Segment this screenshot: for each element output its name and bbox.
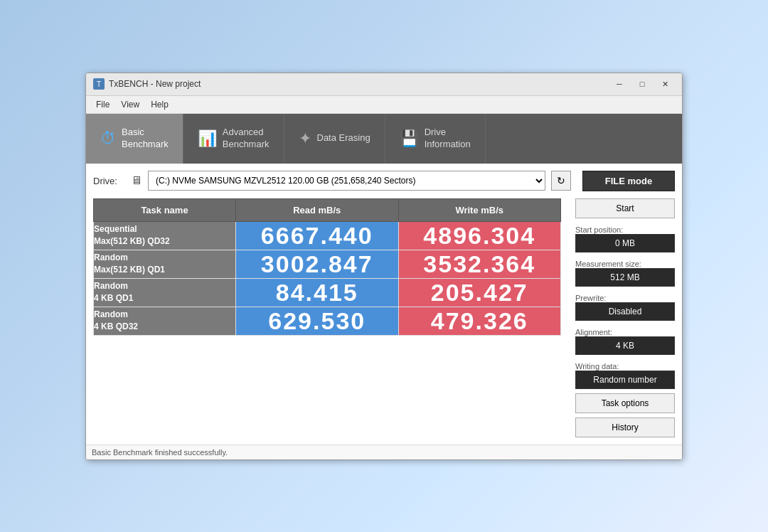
drive-type-icon: 🖥 xyxy=(131,174,142,187)
writing-data-label: Writing data: xyxy=(575,362,675,371)
write-value-2: 205.427 xyxy=(398,278,561,307)
history-button[interactable]: History xyxy=(575,417,675,437)
col-header-task: Task name xyxy=(94,198,236,221)
drive-information-icon: 💾 xyxy=(400,129,419,148)
drive-select[interactable]: (C:) NVMe SAMSUNG MZVL2512 120.00 GB (25… xyxy=(148,171,545,191)
read-value-0: 6667.440 xyxy=(236,221,399,250)
content-area: Drive: 🖥 (C:) NVMe SAMSUNG MZVL2512 120.… xyxy=(86,164,682,445)
close-button[interactable]: ✕ xyxy=(655,77,675,91)
table-row: RandomMax(512 KB) QD13002.8473532.364 xyxy=(94,250,561,278)
file-mode-button[interactable]: FILE mode xyxy=(582,171,675,191)
measurement-size-section: Measurement size: 512 MB xyxy=(575,257,675,287)
start-position-section: Start position: 0 MB xyxy=(575,223,675,252)
menu-help[interactable]: Help xyxy=(145,97,174,112)
write-value-3: 479.326 xyxy=(398,307,561,335)
menu-file[interactable]: File xyxy=(90,97,115,112)
alignment-section: Alignment: 4 KB xyxy=(575,325,675,355)
table-row: Random4 KB QD32629.530479.326 xyxy=(94,307,561,335)
drive-label: Drive: xyxy=(93,176,125,186)
title-bar: T TxBENCH - New project ─ □ ✕ xyxy=(86,73,682,96)
alignment-value: 4 KB xyxy=(575,336,675,355)
results-table: Task name Read mB/s Write mB/s Sequentia… xyxy=(93,198,561,336)
window-title: TxBENCH - New project xyxy=(109,79,201,89)
write-value-1: 3532.364 xyxy=(398,250,561,278)
start-button[interactable]: Start xyxy=(575,198,675,218)
tab-advanced-benchmark[interactable]: 📊 AdvancedBenchmark xyxy=(183,114,284,164)
task-name-3: Random4 KB QD32 xyxy=(94,307,236,335)
read-value-3: 629.530 xyxy=(236,307,399,335)
advanced-benchmark-icon: 📊 xyxy=(198,129,217,148)
table-area: Task name Read mB/s Write mB/s Sequentia… xyxy=(93,198,561,437)
writing-data-section: Writing data: Random number xyxy=(575,359,675,389)
col-header-read: Read mB/s xyxy=(236,198,399,221)
read-value-2: 84.415 xyxy=(236,278,399,307)
start-position-value: 0 MB xyxy=(575,234,675,252)
tab-basic-benchmark-label: BasicBenchmark xyxy=(122,127,169,149)
tab-basic-benchmark[interactable]: ⏱ BasicBenchmark xyxy=(86,114,183,164)
menu-bar: File View Help xyxy=(86,96,682,114)
status-bar: Basic Benchmark finished successfully. xyxy=(86,445,682,459)
tab-advanced-benchmark-label: AdvancedBenchmark xyxy=(223,127,270,149)
maximize-button[interactable]: □ xyxy=(632,77,652,91)
basic-benchmark-icon: ⏱ xyxy=(100,129,116,148)
tab-drive-information-label: DriveInformation xyxy=(425,127,471,149)
start-position-label: Start position: xyxy=(575,225,675,234)
prewrite-label: Prewrite: xyxy=(575,294,675,302)
drive-refresh-button[interactable]: ↻ xyxy=(551,171,571,191)
write-value-0: 4896.304 xyxy=(398,221,561,250)
tab-drive-information[interactable]: 💾 DriveInformation xyxy=(385,114,486,164)
task-options-button[interactable]: Task options xyxy=(575,393,675,413)
read-value-1: 3002.847 xyxy=(236,250,399,278)
table-row: Random4 KB QD184.415205.427 xyxy=(94,278,561,307)
status-text: Basic Benchmark finished successfully. xyxy=(92,448,228,457)
prewrite-value: Disabled xyxy=(575,302,675,321)
main-layout: Task name Read mB/s Write mB/s Sequentia… xyxy=(93,198,675,437)
right-panel: Start Start position: 0 MB Measurement s… xyxy=(575,198,675,437)
table-row: SequentialMax(512 KB) QD326667.4404896.3… xyxy=(94,221,561,250)
refresh-icon: ↻ xyxy=(557,175,565,186)
measurement-size-label: Measurement size: xyxy=(575,260,675,268)
tab-data-erasing-label: Data Erasing xyxy=(317,132,370,143)
toolbar: ⏱ BasicBenchmark 📊 AdvancedBenchmark ✦ D… xyxy=(86,114,682,164)
tab-data-erasing[interactable]: ✦ Data Erasing xyxy=(284,114,385,164)
minimize-button[interactable]: ─ xyxy=(609,77,629,91)
writing-data-value: Random number xyxy=(575,371,675,389)
task-name-0: SequentialMax(512 KB) QD32 xyxy=(94,221,236,250)
prewrite-section: Prewrite: Disabled xyxy=(575,291,675,321)
task-name-2: Random4 KB QD1 xyxy=(94,278,236,307)
app-icon: T xyxy=(93,78,105,90)
drive-row: Drive: 🖥 (C:) NVMe SAMSUNG MZVL2512 120.… xyxy=(93,171,675,191)
data-erasing-icon: ✦ xyxy=(299,129,311,148)
main-window: T TxBENCH - New project ─ □ ✕ File View … xyxy=(85,73,683,460)
alignment-label: Alignment: xyxy=(575,328,675,336)
measurement-size-value: 512 MB xyxy=(575,268,675,287)
task-name-1: RandomMax(512 KB) QD1 xyxy=(94,250,236,278)
col-header-write: Write mB/s xyxy=(398,198,561,221)
menu-view[interactable]: View xyxy=(115,97,145,112)
